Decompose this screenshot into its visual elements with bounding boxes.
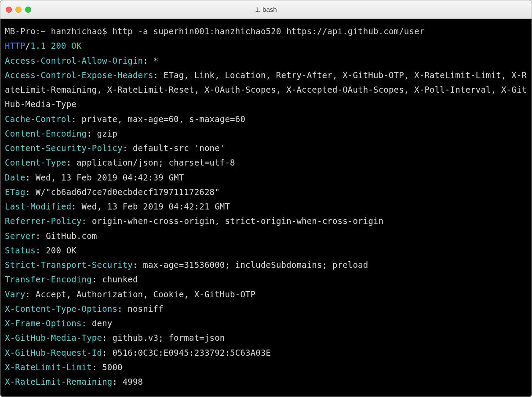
prompt-user: hanzhichao (51, 26, 102, 36)
header-value: 5000 (102, 362, 123, 372)
header-value: W/"cb6ad6d7ce7d0ecbdecf179711172628" (36, 187, 220, 197)
header-name: X-GitHub-Media-Type (5, 333, 102, 343)
http-code: 200 (51, 41, 66, 51)
header-colon: : (133, 260, 143, 270)
close-icon[interactable] (6, 7, 12, 13)
header-colon: : (102, 348, 112, 357)
header-colon: : (66, 158, 77, 167)
header-name: X-GitHub-Request-Id (5, 348, 102, 357)
header-name: Content-Type (5, 158, 66, 167)
header-name: Date (5, 173, 26, 182)
header-colon: : (87, 129, 97, 138)
prompt-sigil: $ (102, 26, 112, 36)
http-version: 1.1 (30, 41, 46, 51)
header-value: max-age=31536000; includeSubdomains; pre… (143, 260, 368, 270)
header-colon: : (71, 202, 81, 211)
header-colon: : (92, 362, 102, 372)
header-name: Transfer-Encoding (5, 274, 92, 284)
header-value: deny (92, 318, 113, 328)
header-value: application/json; charset=utf-8 (77, 158, 235, 167)
response-headers: Access-Control-Allow-Origin: * Access-Co… (5, 56, 527, 387)
header-colon: : (123, 143, 133, 153)
http-proto: HTTP (5, 41, 26, 51)
titlebar: 1. bash (0, 0, 532, 19)
header-value: default-src 'none' (133, 143, 225, 153)
header-value: chunked (102, 274, 138, 284)
maximize-icon[interactable] (25, 7, 31, 13)
header-name: Content-Encoding (5, 129, 87, 138)
header-name: Strict-Transport-Security (5, 260, 133, 270)
header-colon: : (102, 333, 112, 343)
header-name: Access-Control-Allow-Origin (5, 56, 143, 65)
header-value: * (153, 56, 159, 65)
command-text: http -a superhin001:hanzhichao520 https:… (112, 26, 424, 36)
window-title: 1. bash (0, 6, 532, 13)
header-value: origin-when-cross-origin, strict-origin-… (92, 216, 383, 226)
header-colon: : (36, 245, 46, 255)
header-value: github.v3; format=json (112, 333, 225, 343)
header-value: Accept, Authorization, Cookie, X-GitHub-… (36, 289, 255, 299)
header-value: Wed, 13 Feb 2019 04:42:21 GMT (82, 202, 230, 211)
header-name: X-RateLimit-Limit (5, 362, 92, 372)
header-colon: : (112, 377, 122, 386)
header-colon: : (26, 187, 36, 197)
header-name: Last-Modified (5, 202, 71, 211)
header-name: X-Frame-Options (5, 318, 82, 328)
header-value: GitHub.com (46, 231, 97, 241)
header-value: 200 OK (46, 245, 77, 255)
header-name: Access-Control-Expose-Headers (5, 70, 153, 80)
minimize-icon[interactable] (15, 7, 22, 13)
header-name: X-RateLimit-Remaining (5, 377, 112, 386)
header-name: Cache-Control (5, 114, 71, 124)
header-colon: : (26, 289, 36, 299)
header-value: 4998 (123, 377, 143, 386)
header-value: Wed, 13 Feb 2019 04:42:39 GMT (36, 173, 184, 182)
header-name: Server (5, 231, 36, 241)
header-colon: : (82, 216, 92, 226)
header-name: Vary (5, 289, 26, 299)
terminal-window: 1. bash MB-Pro:~ hanzhichao$ http -a sup… (0, 0, 532, 397)
header-name: Content-Security-Policy (5, 143, 123, 153)
header-colon: : (153, 70, 164, 80)
header-colon: : (36, 231, 46, 241)
header-colon: : (143, 56, 153, 65)
header-name: Referrer-Policy (5, 216, 82, 226)
http-slash: / (26, 41, 31, 51)
header-colon: : (82, 318, 92, 328)
header-name: ETag (5, 187, 26, 197)
header-value: 0516:0C3C:E0945:233792:5C63A03E (112, 348, 271, 357)
prompt-host: MB-Pro:~ (5, 26, 51, 36)
header-colon: : (71, 114, 81, 124)
header-value: gzip (97, 129, 118, 138)
header-colon: : (26, 173, 36, 182)
header-name: X-Content-Type-Options (5, 304, 117, 314)
header-colon: : (92, 274, 102, 284)
header-value: nosniff (128, 304, 163, 314)
header-value: private, max-age=60, s-maxage=60 (82, 114, 245, 124)
traffic-lights (6, 7, 31, 13)
http-reason: OK (71, 41, 81, 51)
header-colon: : (117, 304, 128, 314)
terminal-body[interactable]: MB-Pro:~ hanzhichao$ http -a superhin001… (0, 19, 532, 397)
header-name: Status (5, 245, 36, 255)
